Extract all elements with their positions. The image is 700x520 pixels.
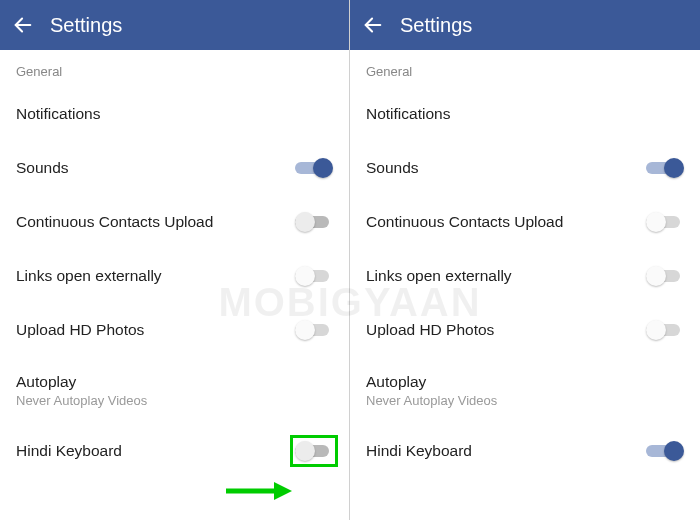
row-autoplay[interactable]: Autoplay Never Autoplay Videos [0, 357, 349, 424]
row-label: Hindi Keyboard [16, 442, 122, 460]
row-contacts-upload[interactable]: Continuous Contacts Upload [0, 195, 349, 249]
row-sublabel: Never Autoplay Videos [16, 393, 147, 408]
appbar: Settings [350, 0, 700, 50]
section-header-general: General [350, 50, 700, 87]
left-pane: Settings General Notifications Sounds Co… [0, 0, 350, 520]
screenshot-container: Settings General Notifications Sounds Co… [0, 0, 700, 520]
toggle-links-external[interactable] [646, 265, 684, 287]
row-label: Continuous Contacts Upload [16, 213, 213, 231]
row-label: Notifications [16, 105, 100, 123]
appbar-title: Settings [400, 14, 472, 37]
toggle-upload-hd[interactable] [646, 319, 684, 341]
back-arrow-icon[interactable] [362, 14, 384, 36]
row-sublabel: Never Autoplay Videos [366, 393, 497, 408]
row-links-external[interactable]: Links open externally [0, 249, 349, 303]
toggle-upload-hd[interactable] [295, 319, 333, 341]
back-arrow-icon[interactable] [12, 14, 34, 36]
row-sounds[interactable]: Sounds [0, 141, 349, 195]
toggle-sounds[interactable] [646, 157, 684, 179]
toggle-contacts-upload[interactable] [295, 211, 333, 233]
row-notifications[interactable]: Notifications [350, 87, 700, 141]
row-notifications[interactable]: Notifications [0, 87, 349, 141]
row-label: Hindi Keyboard [366, 442, 472, 460]
row-upload-hd[interactable]: Upload HD Photos [350, 303, 700, 357]
appbar-title: Settings [50, 14, 122, 37]
row-label: Sounds [16, 159, 69, 177]
row-label: Autoplay [366, 373, 497, 391]
row-label: Upload HD Photos [16, 321, 144, 339]
right-pane: Settings General Notifications Sounds Co… [350, 0, 700, 520]
appbar: Settings [0, 0, 349, 50]
row-contacts-upload[interactable]: Continuous Contacts Upload [350, 195, 700, 249]
toggle-contacts-upload[interactable] [646, 211, 684, 233]
row-links-external[interactable]: Links open externally [350, 249, 700, 303]
toggle-hindi-keyboard[interactable] [646, 440, 684, 462]
row-label: Notifications [366, 105, 450, 123]
row-label: Links open externally [366, 267, 512, 285]
row-label: Upload HD Photos [366, 321, 494, 339]
row-autoplay[interactable]: Autoplay Never Autoplay Videos [350, 357, 700, 424]
row-sounds[interactable]: Sounds [350, 141, 700, 195]
row-hindi-keyboard[interactable]: Hindi Keyboard [350, 424, 700, 478]
toggle-hindi-keyboard[interactable] [295, 440, 333, 462]
row-label: Links open externally [16, 267, 162, 285]
row-label: Sounds [366, 159, 419, 177]
toggle-sounds[interactable] [295, 157, 333, 179]
row-hindi-keyboard[interactable]: Hindi Keyboard [0, 424, 349, 478]
toggle-links-external[interactable] [295, 265, 333, 287]
row-upload-hd[interactable]: Upload HD Photos [0, 303, 349, 357]
section-header-general: General [0, 50, 349, 87]
row-label: Continuous Contacts Upload [366, 213, 563, 231]
row-label: Autoplay [16, 373, 147, 391]
